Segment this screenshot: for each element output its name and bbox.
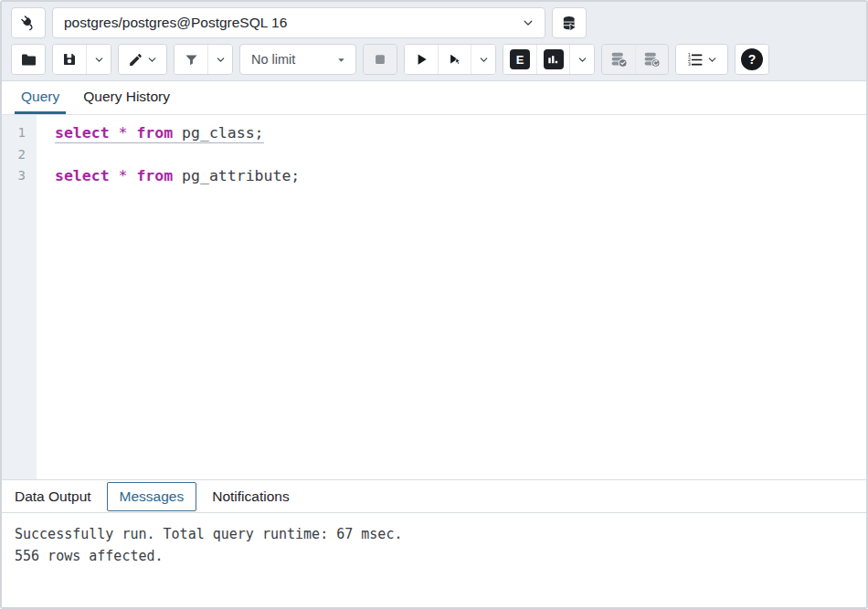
chevron-down-icon: [216, 55, 226, 65]
sql-editor[interactable]: 1 2 3 select * from pg_class; select * f…: [2, 115, 866, 479]
tab-query-history[interactable]: Query History: [77, 81, 176, 114]
connection-row: postgres/postgres@PostgreSQL 16: [11, 7, 857, 38]
dropdown-arrow-icon: [335, 54, 347, 66]
row-limit-value: No limit: [251, 52, 295, 67]
line-number: 2: [2, 144, 26, 166]
folder-icon: [20, 51, 37, 68]
filter-group: [174, 44, 233, 75]
code-area[interactable]: select * from pg_class; select * from pg…: [37, 115, 300, 479]
code-line: select * from pg_class;: [55, 122, 300, 144]
line-number: 3: [2, 165, 26, 187]
connection-select-value: postgres/postgres@PostgreSQL 16: [64, 15, 287, 31]
tab-notifications[interactable]: Notifications: [212, 483, 289, 510]
macros-button[interactable]: 1 2 3: [676, 45, 727, 74]
chevron-down-icon: [94, 55, 104, 65]
chevron-down-icon: [707, 55, 717, 65]
execute-options-dropdown[interactable]: [471, 45, 495, 74]
chevron-down-icon: [147, 55, 157, 65]
explain-group: E: [503, 44, 595, 75]
edit-menu-group: [118, 44, 167, 75]
open-file-button[interactable]: [12, 45, 45, 74]
pencil-icon: [128, 52, 143, 68]
executed-query-text: select * from pg_class;: [55, 124, 264, 143]
editor-tabbar: Query Query History: [2, 81, 866, 115]
svg-text:3: 3: [688, 61, 691, 67]
chevron-down-icon: [577, 55, 587, 65]
save-group: [52, 44, 111, 75]
filter-options-dropdown[interactable]: [207, 45, 232, 74]
filter-button[interactable]: [175, 45, 207, 74]
database-new-icon: [561, 15, 578, 32]
code-line: [55, 144, 300, 166]
explain-icon: E: [510, 49, 530, 69]
row-limit-select[interactable]: No limit: [239, 44, 356, 75]
play-icon: [413, 51, 429, 68]
message-line: Successfully run. Total query runtime: 6…: [15, 523, 866, 545]
cancel-group: [363, 44, 397, 75]
edit-menu-button[interactable]: [119, 45, 166, 74]
help-button[interactable]: ?: [736, 45, 768, 74]
chevron-down-icon: [479, 55, 489, 65]
save-button[interactable]: [53, 45, 86, 74]
line-number-gutter: 1 2 3: [2, 115, 37, 479]
database-rollback-icon: [642, 50, 662, 69]
tab-query[interactable]: Query: [15, 81, 66, 114]
open-file-group: [11, 44, 46, 75]
cancel-query-button[interactable]: [364, 45, 397, 74]
explain-options-dropdown[interactable]: [569, 45, 594, 74]
query-tool-header: postgres/postgres@PostgreSQL 16: [2, 2, 866, 81]
message-line: 556 rows affected.: [15, 545, 866, 567]
code-line: select * from pg_attribute;: [55, 165, 300, 187]
explain-analyze-button[interactable]: [536, 45, 569, 74]
line-number: 1: [2, 122, 26, 144]
bar-chart-icon: [544, 49, 564, 69]
toolbar: No limit: [11, 44, 857, 75]
play-cursor-icon: [447, 51, 463, 68]
connection-status-button[interactable]: [11, 7, 46, 38]
plug-icon: [19, 14, 37, 32]
help-group: ?: [735, 44, 769, 75]
rollback-button[interactable]: [635, 45, 668, 74]
tab-data-output[interactable]: Data Output: [15, 483, 91, 510]
messages-panel: Successfully run. Total query runtime: 6…: [2, 513, 866, 607]
database-commit-icon: [609, 50, 629, 69]
execute-cursor-button[interactable]: [438, 45, 471, 74]
filter-icon: [184, 52, 199, 68]
new-connection-button[interactable]: [552, 7, 587, 38]
commit-button[interactable]: [602, 45, 635, 74]
save-options-dropdown[interactable]: [86, 45, 111, 74]
save-icon: [61, 51, 78, 68]
query-tool-window: postgres/postgres@PostgreSQL 16: [0, 0, 868, 609]
numbered-list-icon: 1 2 3: [686, 51, 704, 68]
stop-icon: [372, 51, 388, 68]
transaction-group: [601, 44, 669, 75]
explain-button[interactable]: E: [503, 45, 536, 74]
execute-button[interactable]: [405, 45, 438, 74]
connection-select[interactable]: postgres/postgres@PostgreSQL 16: [52, 7, 545, 38]
tab-messages[interactable]: Messages: [107, 482, 197, 511]
help-icon: ?: [741, 48, 763, 70]
query-text: select * from pg_attribute;: [55, 167, 300, 184]
results-tabbar: Data Output Messages Notifications: [2, 479, 866, 513]
macros-group: 1 2 3: [675, 44, 728, 75]
chevron-down-icon: [522, 16, 535, 29]
execute-group: [404, 44, 496, 75]
